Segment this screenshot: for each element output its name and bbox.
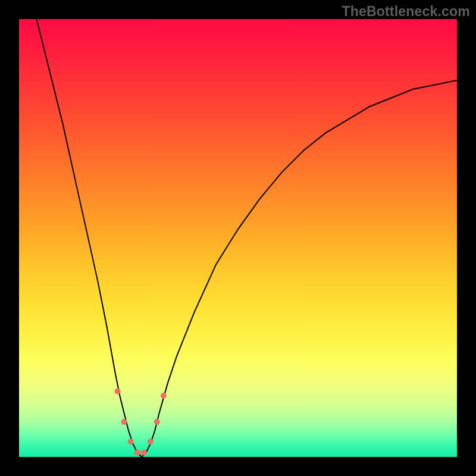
curve-marker-dot xyxy=(128,439,134,444)
curve-marker-dot xyxy=(141,450,147,456)
chart-svg xyxy=(19,19,457,457)
curve-marker-dot xyxy=(134,450,140,456)
plot-area xyxy=(19,19,457,457)
curve-marker-dot xyxy=(121,419,127,425)
curve-marker-dot xyxy=(148,439,154,444)
curve-line xyxy=(36,19,457,457)
curve-marker-dot xyxy=(161,393,167,399)
curve-marker-dot xyxy=(115,389,121,394)
outer-frame: TheBottleneck.com xyxy=(0,0,476,476)
bottleneck-curve xyxy=(36,19,457,457)
curve-marker-dot xyxy=(154,419,160,425)
curve-markers xyxy=(115,389,167,456)
watermark-text: TheBottleneck.com xyxy=(342,4,470,20)
